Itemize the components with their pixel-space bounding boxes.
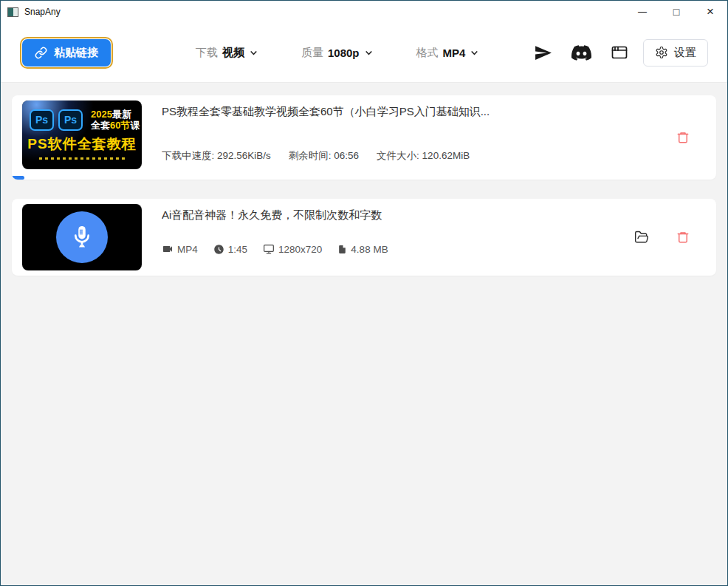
link-icon	[35, 47, 47, 59]
window-title: SnapAny	[24, 7, 61, 17]
chevron-down-icon	[249, 48, 258, 58]
maximize-icon: □	[673, 6, 679, 18]
thumbnail-main-title: PS软件全套教程	[22, 134, 142, 154]
item-actions	[634, 230, 690, 245]
thumb-new: 最新	[112, 109, 131, 120]
thumb-count: 60节	[110, 120, 130, 131]
progress-fill	[12, 176, 24, 180]
item-body: PS教程全套零基础教学视频全套60节（小白学习PS入门基础知识... 下载中速度…	[162, 100, 704, 174]
toolbar-right: 设置	[515, 39, 708, 67]
minimize-button[interactable]: —	[625, 1, 659, 23]
dropdown-label: 下载	[196, 46, 218, 60]
photoshop-logo-icon: Ps	[30, 109, 54, 131]
item-actions	[676, 131, 690, 144]
title-bar: SnapAny — □ ×	[1, 1, 727, 23]
browser-window-icon	[611, 44, 628, 61]
remaining-time: 剩余时间: 06:56	[289, 149, 359, 163]
maximize-button[interactable]: □	[659, 1, 693, 23]
chevron-down-icon	[364, 48, 374, 58]
discord-icon	[571, 43, 591, 63]
filesize-value: 4.88 MB	[351, 244, 388, 255]
paste-link-label: 粘贴链接	[54, 46, 98, 60]
delete-button[interactable]	[676, 231, 690, 244]
download-item-finished: Ai音配音神器！永久免费，不限制次数和字数 MP4 1:45	[12, 199, 716, 276]
paste-link-focus-ring: 粘贴链接	[20, 37, 113, 69]
telegram-button[interactable]	[534, 44, 552, 62]
format-dropdown[interactable]: 格式 MP4	[416, 46, 480, 60]
video-camera-icon	[162, 243, 174, 255]
microphone-icon	[68, 223, 96, 251]
duration-meta: 1:45	[213, 244, 247, 255]
dropdown-group: 下载 视频 质量 1080p 格式 MP4	[196, 46, 479, 60]
download-status-row: 下载中速度: 292.56KiB/s 剩余时间: 06:56 文件大小: 120…	[162, 149, 470, 163]
video-thumbnail: Ps Ps 2025最新 全套60节课 PS软件全套教程	[22, 100, 142, 169]
download-type-dropdown[interactable]: 下载 视频	[196, 46, 258, 60]
video-thumbnail	[22, 204, 142, 270]
trash-icon	[676, 131, 690, 144]
file-icon	[337, 244, 347, 255]
app-icon	[7, 7, 18, 17]
format-meta: MP4	[162, 243, 198, 255]
download-item-downloading: Ps Ps 2025最新 全套60节课 PS软件全套教程 PS教程全套零基础教学…	[12, 95, 716, 180]
dropdown-value: 视频	[222, 46, 244, 60]
item-title: Ai音配音神器！永久免费，不限制次数和字数	[162, 208, 704, 222]
minimize-icon: —	[638, 7, 647, 17]
thumbnail-subtext-decoration	[39, 157, 126, 160]
download-speed: 下载中速度: 292.56KiB/s	[162, 149, 271, 163]
monitor-icon	[263, 243, 275, 255]
duration-value: 1:45	[228, 244, 247, 255]
item-title: PS教程全套零基础教学视频全套60节（小白学习PS入门基础知识...	[162, 105, 704, 119]
settings-label: 设置	[674, 46, 696, 60]
dropdown-label: 格式	[416, 46, 439, 60]
item-body: Ai音配音神器！永久免费，不限制次数和字数 MP4 1:45	[162, 204, 704, 270]
folder-open-icon	[634, 230, 649, 245]
photoshop-logo-icon: Ps	[58, 109, 83, 131]
progress-bar	[12, 176, 716, 180]
dropdown-value: 1080p	[328, 47, 360, 59]
dropdown-value: MP4	[443, 47, 466, 59]
gear-icon	[655, 46, 668, 59]
clock-icon	[213, 244, 224, 255]
filesize-meta: 4.88 MB	[337, 244, 388, 255]
item-meta-row: MP4 1:45 1280x720	[162, 243, 388, 255]
quality-dropdown[interactable]: 质量 1080p	[301, 46, 374, 60]
app-window: SnapAny — □ × 粘贴链接 下载 视频	[0, 0, 728, 586]
delete-button[interactable]	[676, 131, 690, 144]
resolution-value: 1280x720	[278, 244, 322, 255]
dropdown-label: 质量	[301, 46, 323, 60]
download-list: Ps Ps 2025最新 全套60节课 PS软件全套教程 PS教程全套零基础教学…	[1, 83, 727, 585]
toolbar: 粘贴链接 下载 视频 质量 1080p 格式 MP4	[1, 23, 727, 83]
thumbnail-caption: 2025最新 全套60节课	[91, 109, 140, 131]
chevron-down-icon	[470, 48, 479, 58]
trash-icon	[676, 231, 690, 244]
open-folder-button[interactable]	[634, 230, 649, 245]
thumb-year: 2025	[91, 109, 112, 120]
telegram-icon	[534, 44, 552, 62]
paste-link-button[interactable]: 粘贴链接	[22, 39, 111, 67]
browser-window-button[interactable]	[611, 44, 628, 61]
format-value: MP4	[177, 244, 198, 255]
settings-button[interactable]: 设置	[643, 39, 708, 67]
microphone-badge	[56, 211, 108, 263]
close-icon: ×	[707, 4, 714, 19]
discord-button[interactable]	[571, 43, 591, 63]
window-controls: — □ ×	[625, 1, 727, 23]
thumb-lesson: 课	[130, 120, 140, 131]
file-size: 文件大小: 120.62MiB	[377, 149, 470, 163]
close-button[interactable]: ×	[693, 1, 727, 23]
resolution-meta: 1280x720	[263, 243, 322, 255]
thumb-set: 全套	[91, 120, 110, 131]
